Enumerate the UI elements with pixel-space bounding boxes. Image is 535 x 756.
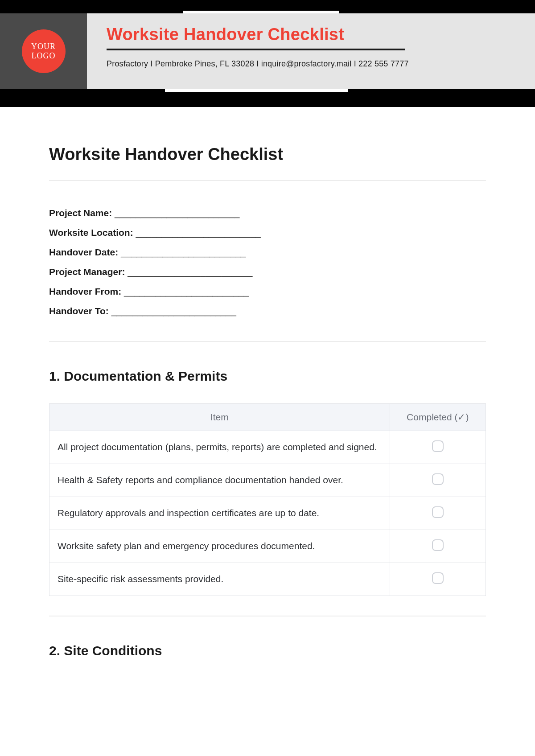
checkbox[interactable]	[432, 539, 444, 551]
item-text: Regulatory approvals and inspection cert…	[49, 497, 390, 530]
logo-text-2: LOGO	[32, 51, 56, 61]
table-row: All project documentation (plans, permit…	[49, 431, 486, 464]
document-body: Worksite Handover Checklist Project Name…	[0, 107, 535, 705]
field-worksite-location: Worksite Location: _____________________…	[49, 223, 486, 242]
checkbox[interactable]	[432, 572, 444, 584]
page-title: Worksite Handover Checklist	[49, 145, 486, 164]
field-handover-to: Handover To: ________________________	[49, 301, 486, 321]
checkbox[interactable]	[432, 440, 444, 452]
item-text: Worksite safety plan and emergency proce…	[49, 530, 390, 563]
divider	[49, 180, 486, 181]
decorative-line-bottom	[165, 89, 348, 92]
table-row: Health & Safety reports and compliance d…	[49, 464, 486, 497]
field-project-name: Project Name: ________________________	[49, 203, 486, 223]
project-fields: Project Name: ________________________ W…	[49, 203, 486, 321]
checkbox[interactable]	[432, 473, 444, 485]
header-banner: YOUR LOGO Worksite Handover Checklist Pr…	[0, 0, 535, 107]
table-row: Worksite safety plan and emergency proce…	[49, 530, 486, 563]
logo-block: YOUR LOGO	[0, 13, 87, 89]
table-row: Regulatory approvals and inspection cert…	[49, 497, 486, 530]
field-project-manager: Project Manager: _______________________…	[49, 262, 486, 282]
col-item: Item	[49, 403, 390, 431]
divider	[49, 341, 486, 342]
table-row: Site-specific risk assessments provided.	[49, 563, 486, 596]
field-handover-date: Handover Date: ________________________	[49, 242, 486, 262]
section-2-heading: 2. Site Conditions	[49, 643, 486, 658]
col-completed: Completed (✓)	[390, 403, 486, 431]
title-underline	[107, 49, 405, 50]
header-content: Worksite Handover Checklist Prosfactory …	[87, 13, 535, 89]
item-text: All project documentation (plans, permit…	[49, 431, 390, 464]
field-handover-from: Handover From: ________________________	[49, 282, 486, 301]
logo-icon: YOUR LOGO	[22, 29, 66, 73]
banner-title: Worksite Handover Checklist	[107, 25, 517, 44]
item-text: Health & Safety reports and compliance d…	[49, 464, 390, 497]
checklist-table: Item Completed (✓) All project documenta…	[49, 403, 486, 596]
logo-text-1: YOUR	[31, 42, 56, 51]
divider	[49, 616, 486, 616]
banner-subline: Prosfactory I Pembroke Pines, FL 33028 I…	[107, 59, 517, 69]
checkbox[interactable]	[432, 506, 444, 518]
item-text: Site-specific risk assessments provided.	[49, 563, 390, 596]
section-1-heading: 1. Documentation & Permits	[49, 369, 486, 384]
